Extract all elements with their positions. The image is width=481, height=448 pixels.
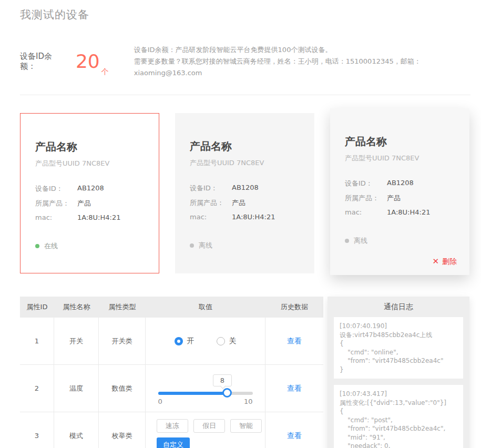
view-history-link[interactable]: 查看 <box>287 384 302 393</box>
bottom-section: 属性ID 属性名称 属性类型 取值 历史数据 1 开关 开关类 开 <box>20 297 469 448</box>
header-value: 取值 <box>146 302 265 312</box>
log-event: 设备:virt47b485cbb2ea4c上线 <box>340 331 457 340</box>
log-json-body: { "cmd": "online", "from": "virt47b485cb… <box>340 339 457 374</box>
mac-label: mac: <box>190 213 232 221</box>
log-event: 属性变化:[{"dvid":13,"value":"0"}] <box>340 399 457 408</box>
table-header-row: 属性ID 属性名称 属性类型 取值 历史数据 <box>20 297 323 318</box>
slider-track[interactable] <box>158 392 253 395</box>
view-history-link[interactable]: 查看 <box>287 431 302 441</box>
balance-section: 设备ID余额： 20 个 设备ID余额：产品研发阶段智能云平台免费提供100个测… <box>20 44 469 79</box>
switch-radio-group: 开 关 <box>175 337 237 346</box>
enum-option-smart[interactable]: 智能 <box>230 419 262 433</box>
status-badge: 在线 <box>35 241 144 251</box>
delete-device-button[interactable]: ✕删除 <box>432 257 457 267</box>
attr-name-cell: 模式 <box>54 412 99 448</box>
enum-value-cell: 速冻 假日 智能 自定义 <box>146 412 265 448</box>
card-fields: 设备ID： AB1208 所属产品： 产品 mac: 1A:8U:H4:21 <box>35 184 144 221</box>
slider-value-cell: 8 0 10 <box>146 365 265 412</box>
attr-id-cell: 2 <box>20 365 54 412</box>
page: 我测试的设备 设备ID余额： 20 个 设备ID余额：产品研发阶段智能云平台免费… <box>0 0 481 448</box>
card-product-uuid: 产品型号UUID 7NC8EV <box>345 154 455 163</box>
view-history-link[interactable]: 查看 <box>287 337 302 346</box>
mac-label: mac: <box>35 213 77 221</box>
radio-checked-icon[interactable] <box>175 337 183 345</box>
card-product-name: 产品名称 <box>190 139 300 154</box>
card-product-name: 产品名称 <box>345 135 455 149</box>
attr-name-cell: 温度 <box>54 365 99 412</box>
header-history: 历史数据 <box>265 302 323 312</box>
mac-value: 1A:8U:H4:21 <box>232 213 275 221</box>
balance-description: 设备ID余额：产品研发阶段智能云平台免费提供100个测试设备。 需要更多数量？联… <box>134 44 469 79</box>
online-dot-icon <box>35 244 39 248</box>
custom-mode-button[interactable]: 自定义 <box>157 437 190 448</box>
header-attr-id: 属性ID <box>20 302 54 312</box>
product-label: 所属产品： <box>345 194 387 203</box>
radio-off[interactable]: 关 <box>217 337 237 346</box>
status-badge: 离线 <box>345 236 455 246</box>
card-product-uuid: 产品型号UUID 7NC8EV <box>35 159 144 168</box>
slider-min-label: 0 <box>158 398 162 405</box>
property-table: 属性ID 属性名称 属性类型 取值 历史数据 1 开关 开关类 开 <box>20 297 323 448</box>
product-value: 产品 <box>232 198 245 208</box>
delete-icon: ✕ <box>432 257 439 266</box>
card-mac-row: mac: 1A:8U:H4:21 <box>35 213 144 221</box>
enum-options: 速冻 假日 智能 <box>157 419 262 433</box>
enum-option-holiday[interactable]: 假日 <box>193 419 225 433</box>
device-id-value: AB1208 <box>232 184 259 193</box>
balance-unit: 个 <box>101 67 109 77</box>
status-text: 离线 <box>199 241 212 250</box>
status-text: 在线 <box>44 241 58 251</box>
offline-dot-icon <box>190 243 194 248</box>
device-card-selected[interactable]: 产品名称 产品型号UUID 7NC8EV 设备ID： AB1208 所属产品： … <box>20 113 159 273</box>
card-device-id-row: 设备ID： AB1208 <box>35 184 144 194</box>
device-card-hovered[interactable]: 产品名称 产品型号UUID 7NC8EV 设备ID： AB1208 所属产品： … <box>330 108 469 275</box>
slider-thumb[interactable] <box>222 388 232 398</box>
communication-log-panel: 通信日志 [10:07:40.190] 设备:virt47b485cbb2ea4… <box>328 297 469 448</box>
balance-value: 20 <box>76 52 100 71</box>
balance-desc-line1: 设备ID余额：产品研发阶段智能云平台免费提供100个测试设备。 <box>134 44 469 56</box>
log-timestamp: [10:07:43.417] <box>340 390 457 399</box>
enum-option-quick-freeze[interactable]: 速冻 <box>157 419 188 433</box>
attr-type-cell: 开关类 <box>99 318 146 365</box>
history-cell: 查看 <box>265 365 323 412</box>
mac-value: 1A:8U:H4:21 <box>387 208 430 216</box>
status-badge: 离线 <box>190 241 300 250</box>
device-id-label: 设备ID： <box>35 184 77 194</box>
device-id-label: 设备ID： <box>345 179 387 188</box>
history-cell: 查看 <box>265 318 323 365</box>
header-attr-name: 属性名称 <box>54 302 99 312</box>
slider-scale: 0 10 <box>158 398 253 405</box>
page-title: 我测试的设备 <box>20 7 469 22</box>
card-product-row: 所属产品： 产品 <box>35 199 144 208</box>
device-cards: 产品名称 产品型号UUID 7NC8EV 设备ID： AB1208 所属产品： … <box>20 113 469 280</box>
device-id-value: AB1208 <box>387 179 414 188</box>
switch-value-cell: 开 关 <box>146 318 265 365</box>
product-label: 所属产品： <box>190 198 232 208</box>
radio-on-label: 开 <box>187 337 195 346</box>
balance-label: 设备ID余额： <box>20 52 65 72</box>
radio-unchecked-icon[interactable] <box>217 337 225 345</box>
history-cell: 查看 <box>265 412 323 448</box>
table-row-switch: 1 开关 开关类 开 关 查看 <box>20 318 323 365</box>
attr-type-cell: 枚举类 <box>99 412 146 448</box>
radio-on[interactable]: 开 <box>175 337 195 346</box>
offline-dot-icon <box>345 239 349 243</box>
log-entry: [10:07:43.417] 属性变化:[{"dvid":13,"value":… <box>334 385 463 448</box>
card-product-row: 所属产品： 产品 <box>345 194 455 203</box>
slider-max-label: 10 <box>244 398 253 405</box>
log-panel-title: 通信日志 <box>328 297 469 317</box>
mac-value: 1A:8U:H4:21 <box>77 213 120 221</box>
attr-id-cell: 1 <box>20 318 54 365</box>
temperature-slider: 8 0 10 <box>158 374 253 403</box>
table-row-temperature: 2 温度 数值类 8 0 10 <box>20 365 323 412</box>
card-product-name: 产品名称 <box>35 140 144 154</box>
device-card[interactable]: 产品名称 产品型号UUID 7NC8EV 设备ID： AB1208 所属产品： … <box>175 113 314 273</box>
log-entry: [10:07:40.190] 设备:virt47b485cbb2ea4c上线 {… <box>334 317 463 379</box>
card-product-row: 所属产品： 产品 <box>190 198 300 208</box>
card-device-id-row: 设备ID： AB1208 <box>345 179 455 188</box>
header-attr-type: 属性类型 <box>99 302 146 312</box>
product-value: 产品 <box>387 194 401 203</box>
slider-value-bubble: 8 <box>213 374 232 386</box>
card-fields: 设备ID： AB1208 所属产品： 产品 mac: 1A:8U:H4:21 <box>345 179 455 216</box>
delete-label: 删除 <box>442 257 457 266</box>
